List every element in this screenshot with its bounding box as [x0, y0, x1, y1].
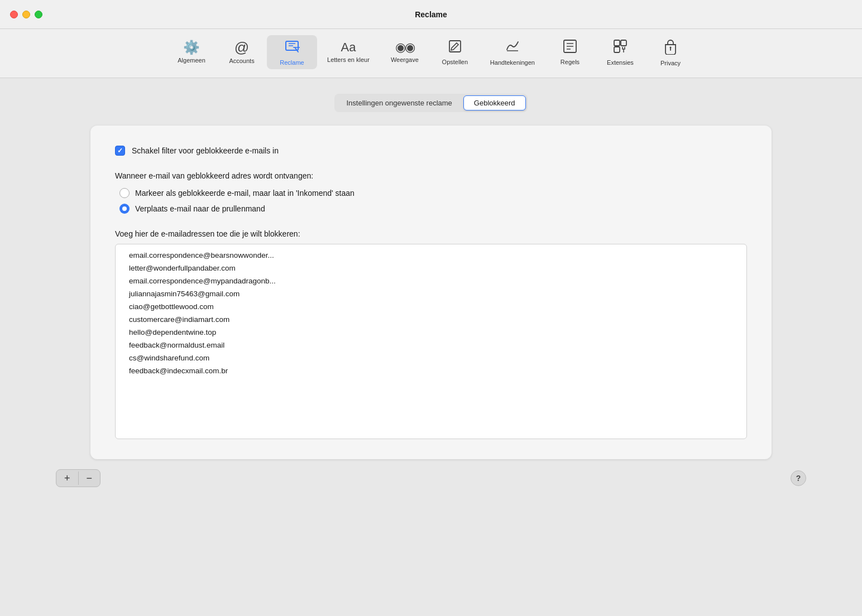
email-list-label: Voeg hier de e-mailadressen toe die je w… — [115, 229, 747, 238]
traffic-lights — [10, 11, 42, 18]
checkmark-icon: ✓ — [117, 147, 123, 155]
maximize-button[interactable] — [35, 11, 42, 18]
toolbar-item-handtekeningen[interactable]: Handtekeningen — [480, 35, 545, 69]
radio-circle-move — [119, 204, 130, 214]
at-icon: @ — [234, 40, 249, 55]
opstellen-icon — [448, 39, 462, 56]
list-item[interactable]: feedback@indecxmail.com.br — [116, 364, 746, 377]
radio-group: Markeer als geblokkeerde e-mail, maar la… — [115, 188, 747, 214]
toolbar-item-extensies[interactable]: Extensies — [595, 35, 645, 69]
radio-mark[interactable]: Markeer als geblokkeerde e-mail, maar la… — [119, 188, 747, 198]
toolbar-item-algemeen[interactable]: ⚙️ Algemeen — [166, 37, 217, 67]
radio-label-mark: Markeer als geblokkeerde e-mail, maar la… — [135, 189, 355, 198]
close-button[interactable] — [10, 11, 18, 18]
toolbar-item-weergave[interactable]: ◉◉ Weergave — [380, 38, 430, 66]
toolbar-item-reclame[interactable]: Reclame — [267, 35, 317, 69]
toolbar-item-regels[interactable]: Regels — [545, 36, 595, 69]
toolbar-label-handtekeningen: Handtekeningen — [490, 59, 535, 66]
toolbar-item-accounts[interactable]: @ Accounts — [217, 37, 267, 68]
settings-panel: ✓ Schakel filter voor geblokkeerde e-mai… — [90, 126, 772, 459]
tab-geblokkeerd[interactable]: Geblokkeerd — [463, 95, 526, 110]
extensies-icon — [612, 38, 628, 56]
remove-button[interactable]: − — [79, 470, 100, 487]
handtekeningen-icon — [505, 38, 520, 56]
gear-icon: ⚙️ — [183, 41, 200, 54]
list-item[interactable]: email.correspondence@mypandadragonb... — [116, 275, 746, 287]
list-item[interactable]: email.correspondence@bearsnowwonder... — [116, 249, 746, 262]
add-button[interactable]: + — [56, 470, 78, 487]
weergave-icon: ◉◉ — [395, 41, 414, 54]
svg-rect-13 — [614, 47, 620, 52]
list-item[interactable]: cs@windsharefund.com — [116, 352, 746, 364]
list-item[interactable]: feedback@normaldust.email — [116, 339, 746, 352]
filter-checkbox[interactable]: ✓ — [115, 146, 125, 156]
toolbar-label-reclame: Reclame — [280, 59, 304, 66]
toolbar-label-accounts: Accounts — [229, 57, 254, 64]
svg-rect-12 — [621, 40, 626, 46]
bottom-bar: + − ? — [22, 459, 840, 487]
filter-checkbox-label: Schakel filter voor geblokkeerde e-mails… — [132, 146, 279, 155]
tab-switcher: Instellingen ongewenste reclame Geblokke… — [334, 94, 527, 112]
when-label: Wanneer e-mail van geblokkeerd adres wor… — [115, 171, 747, 180]
list-item[interactable]: juliannajasmin75463@gmail.com — [116, 287, 746, 300]
titlebar: Reclame — [0, 0, 862, 29]
filter-checkbox-row: ✓ Schakel filter voor geblokkeerde e-mai… — [115, 146, 747, 156]
list-item[interactable]: customercare@indiamart.com — [116, 313, 746, 326]
letters-icon: Aa — [341, 41, 356, 54]
svg-point-16 — [669, 47, 671, 49]
tab-instellingen[interactable]: Instellingen ongewenste reclame — [336, 95, 462, 110]
radio-move[interactable]: Verplaats e-mail naar de prullenmand — [119, 204, 747, 214]
privacy-icon — [663, 38, 678, 57]
toolbar-item-letters[interactable]: Aa Letters en kleur — [317, 38, 380, 66]
toolbar-item-privacy[interactable]: Privacy — [645, 35, 696, 70]
toolbar-label-weergave: Weergave — [391, 56, 419, 63]
list-item[interactable]: letter@wonderfullpandaber.com — [116, 262, 746, 275]
toolbar-item-opstellen[interactable]: Opstellen — [430, 36, 480, 69]
toolbar-label-opstellen: Opstellen — [442, 59, 468, 65]
email-list[interactable]: email.correspondence@bearsnowwonder...le… — [115, 244, 747, 439]
toolbar: ⚙️ Algemeen @ Accounts Reclame Aa Letter… — [0, 29, 862, 78]
list-item[interactable]: hello@dependentwine.top — [116, 326, 746, 339]
content-area: Instellingen ongewenste reclame Geblokke… — [0, 78, 862, 616]
svg-rect-11 — [614, 40, 620, 46]
radio-circle-mark — [119, 188, 130, 198]
toolbar-label-extensies: Extensies — [607, 59, 634, 66]
reclame-icon — [284, 38, 300, 56]
radio-label-move: Verplaats e-mail naar de prullenmand — [135, 204, 265, 213]
toolbar-label-letters: Letters en kleur — [327, 56, 370, 63]
minimize-button[interactable] — [22, 11, 30, 18]
toolbar-label-algemeen: Algemeen — [178, 57, 205, 64]
toolbar-label-regels: Regels — [561, 59, 580, 65]
add-remove-group: + − — [56, 469, 100, 487]
list-item[interactable]: ciao@getbottlewood.com — [116, 300, 746, 313]
regels-icon — [563, 39, 577, 56]
toolbar-label-privacy: Privacy — [660, 60, 681, 66]
help-button[interactable]: ? — [791, 470, 806, 486]
window-title: Reclame — [415, 10, 447, 19]
